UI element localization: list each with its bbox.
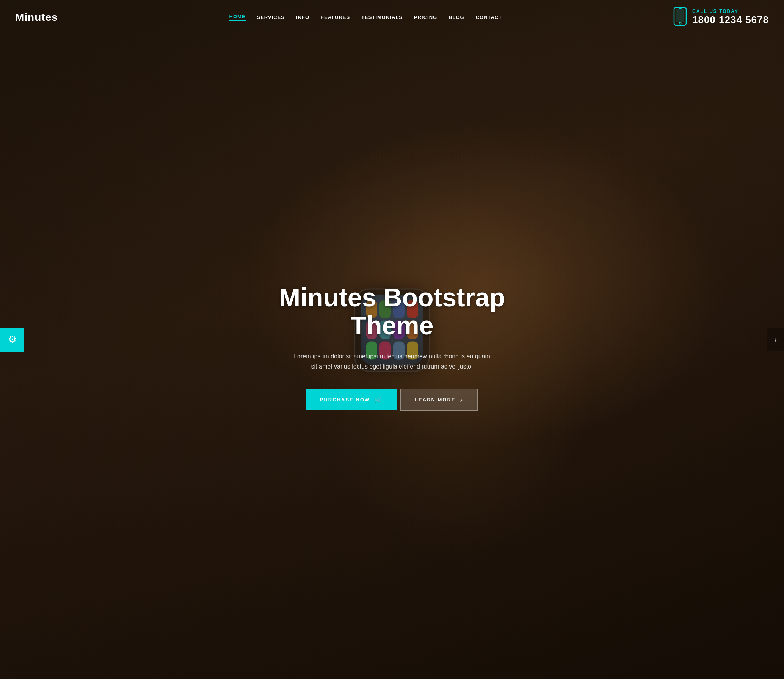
hero-content: Minutes Bootstrap Theme Lorem ipsum dolo…: [259, 283, 525, 411]
nav-item-pricing[interactable]: PRICING: [414, 14, 437, 20]
learn-more-button[interactable]: LEARN MORE ›: [400, 389, 478, 411]
learn-more-label: LEARN MORE: [415, 397, 455, 403]
svg-rect-1: [676, 9, 684, 22]
nav-item-info[interactable]: INFO: [296, 14, 309, 20]
nav-item-services[interactable]: SERVICES: [257, 14, 285, 20]
cart-icon: 🛒: [375, 396, 383, 403]
nav-item-contact[interactable]: CONTACT: [476, 14, 502, 20]
site-header: Minutes HOME SERVICES INFO FEATURES TEST…: [0, 0, 784, 34]
purchase-now-label: PURCHASE NOW: [320, 397, 370, 403]
phone-number: 1800 1234 5678: [692, 14, 769, 26]
site-logo[interactable]: Minutes: [15, 11, 58, 24]
main-nav: HOME SERVICES INFO FEATURES TESTIMONIALS…: [229, 14, 502, 21]
hero-subtitle: Lorem ipsum dolor sit amet ipsum lectus …: [293, 351, 491, 372]
svg-point-2: [679, 22, 681, 24]
hero-buttons: PURCHASE NOW 🛒 LEARN MORE ›: [267, 389, 517, 411]
nav-item-features[interactable]: FEATURES: [321, 14, 350, 20]
gear-icon: ⚙: [8, 334, 17, 345]
nav-item-blog[interactable]: BLOG: [448, 14, 464, 20]
chevron-right-icon: ›: [774, 335, 777, 345]
header-contact: CALL US TODAY 1800 1234 5678: [673, 7, 769, 28]
hero-section: ‹ › Minutes Bootstrap Theme Lorem ipsum …: [0, 0, 784, 679]
nav-item-home[interactable]: HOME: [229, 14, 246, 21]
phone-icon: [673, 7, 687, 28]
contact-info: CALL US TODAY 1800 1234 5678: [692, 9, 769, 26]
settings-button[interactable]: ⚙: [0, 328, 24, 352]
nav-item-testimonials[interactable]: TESTIMONIALS: [361, 14, 403, 20]
hero-title: Minutes Bootstrap Theme: [267, 283, 517, 340]
slide-next-button[interactable]: ›: [767, 328, 784, 351]
purchase-now-button[interactable]: PURCHASE NOW 🛒: [306, 389, 397, 410]
call-us-label: CALL US TODAY: [692, 9, 769, 14]
svg-rect-3: [679, 8, 682, 9]
chevron-right-icon: ›: [460, 395, 464, 404]
